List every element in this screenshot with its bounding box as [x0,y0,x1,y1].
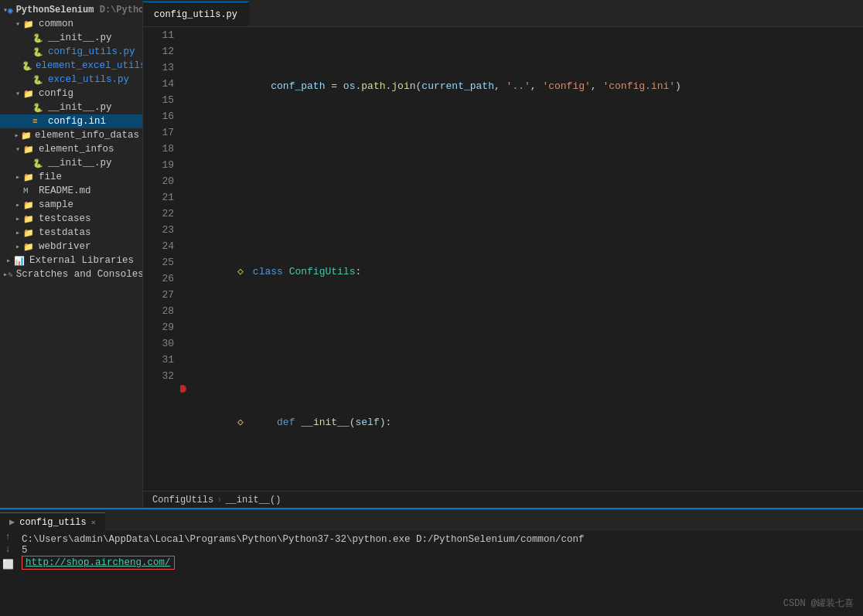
ini-file-icon: ≡ [32,117,45,126]
sidebar-label-common: common [39,19,73,29]
line-num-27: 27 [155,287,174,303]
folder-icon: 📁 [23,242,36,252]
scroll-debug-button[interactable]: ⬜ [2,559,14,571]
sidebar-item-external-libraries[interactable]: ▸ 📊 External Libraries [0,254,142,267]
scroll-down-button[interactable]: ↓ [2,543,14,556]
sidebar-item-scratches[interactable]: ▸ ✎ Scratches and Consoles [0,267,142,281]
sidebar-item-excel-utils[interactable]: 🐍 excel_utils.py [0,73,142,87]
py-file-icon: 🐍 [22,61,32,71]
library-icon: 📊 [14,256,26,266]
bottom-panel: ▶ config_utils ✕ ↑ ↓ ⬜ C:\Users\admin\Ap… [0,508,863,616]
folder-icon: 📁 [23,200,36,210]
terminal-main: C:\Users\admin\AppData\Local\Programs\Py… [15,531,863,616]
sidebar-label-init-element: __init__.py [48,158,112,168]
code-line-13 [186,196,863,213]
code-line-12 [186,145,863,162]
arrow-icon: ▾ [12,19,23,29]
sidebar-item-readme[interactable]: M README.md [0,184,142,198]
terminal-output-highlight: http://shop.aircheng.com/ [22,556,175,570]
line-num-29: 29 [155,319,174,335]
code-line-17: self.cfg = configparser.ConfigParser() [186,482,863,491]
editor-tabs: config_utils.py [143,0,863,27]
sidebar-item-element-info-datas[interactable]: ▸ 📁 element_info_datas [0,128,142,142]
sidebar-item-testcases[interactable]: ▸ 📁 testcases [0,212,142,226]
terminal-command-line: C:\Users\admin\AppData\Local\Programs\Py… [22,534,857,545]
md-file-icon: M [23,186,36,196]
folder-icon: 📁 [21,131,32,141]
tab-config-utils[interactable]: config_utils.py [143,2,249,26]
folder-icon: 📁 [23,172,36,182]
sidebar-item-sample[interactable]: ▸ 📁 sample [0,198,142,212]
line-num-13: 13 [155,60,174,76]
sidebar-item-init-common[interactable]: 🐍 __init__.py [0,31,142,45]
sidebar-item-testdatas[interactable]: ▸ 📁 testdatas [0,226,142,240]
sidebar-root-label: PythonSelenium D:\Python [16,5,143,15]
sidebar-label-testcases: testcases [39,213,91,224]
line-num-24: 24 [155,238,174,254]
code-area[interactable]: 11 12 13 14 15 16 17 18 19 20 21 22 23 2… [143,27,863,491]
line-num-17: 17 [155,124,174,141]
arrow-icon: ▸ [12,200,23,209]
scratch-icon: ✎ [8,270,13,280]
sidebar-item-webdriver[interactable]: ▸ 📁 webdriver [0,240,142,254]
code-line-14: ◇class ConfigUtils: [186,247,863,296]
breadcrumb-class: ConfigUtils [152,495,213,505]
sidebar-label-webdriver: webdriver [39,241,91,252]
line-num-14: 14 [155,76,174,92]
arrow-icon: ▸ [12,228,23,237]
sidebar-item-file[interactable]: ▸ 📁 file [0,170,142,184]
arrow-icon: ▸ [3,256,14,265]
sidebar-label-init-common: __init__.py [48,32,112,43]
py-file-icon: 🐍 [32,103,45,113]
sidebar-item-element-infos[interactable]: ▾ 📁 element_infos [0,142,142,156]
py-file-icon: 🐍 [32,158,45,168]
terminal-row: ↑ ↓ ⬜ C:\Users\admin\AppData\Local\Progr… [0,531,863,616]
bottom-tabs: ▶ config_utils ✕ [0,509,863,531]
arrow-icon: ▾ [12,89,23,98]
terminal-scrollbar: ↑ ↓ ⬜ [0,531,15,616]
sidebar-item-config[interactable]: ▾ 📁 config [0,87,142,100]
line-num-23: 23 [155,222,174,238]
arrow-icon: ▾ [12,145,23,154]
terminal-output-2: http://shop.aircheng.com/ [22,556,857,570]
folder-icon: 📁 [23,228,36,238]
line-num-12: 12 [155,43,174,60]
sidebar-label-config-ini: config.ini [48,116,106,127]
tab-terminal[interactable]: ▶ config_utils ✕ [0,512,105,531]
folder-open-icon: 📁 [23,89,36,99]
code-line-15 [186,331,863,347]
terminal-link[interactable]: http://shop.aircheng.com/ [26,557,171,568]
arrow-icon: ▸ [12,242,23,251]
code-line-11: conf_path = os.path.join(current_path, '… [186,62,863,111]
sidebar-item-config-utils[interactable]: 🐍 config_utils.py [0,45,142,59]
line-num-11: 11 [155,27,174,43]
terminal-tab-close[interactable]: ✕ [91,518,96,527]
terminal-tab-icon: ▶ [9,516,15,528]
terminal-output-1: 5 [22,545,857,556]
sidebar-label-readme: README.md [39,185,91,196]
sidebar-label-sample: sample [39,199,73,210]
sidebar-item-common[interactable]: ▾ 📁 common [0,17,142,31]
editor-area: config_utils.py 11 12 13 14 15 16 17 18 … [143,0,863,508]
line-num-19: 19 [155,157,174,173]
sidebar-label-config-utils: config_utils.py [48,46,135,57]
code-content[interactable]: conf_path = os.path.join(current_path, '… [180,27,863,491]
project-icon: ◉ [8,5,13,15]
sidebar-item-config-ini[interactable]: ≡ config.ini [0,114,142,128]
terminal-content: C:\Users\admin\AppData\Local\Programs\Py… [15,531,863,616]
sidebar-item-init-config[interactable]: 🐍 __init__.py [0,100,142,114]
arrow-icon: ▸ [12,131,21,140]
line-numbers: 11 12 13 14 15 16 17 18 19 20 21 22 23 2… [143,27,180,491]
line-num-28: 28 [155,303,174,319]
sidebar-label-file: file [39,172,62,182]
watermark: CSDN @罐装七喜 [783,597,854,610]
sidebar-item-init-element[interactable]: 🐍 __init__.py [0,156,142,170]
py-file-icon: 🐍 [32,75,45,85]
sidebar-item-root[interactable]: ▾ ◉ PythonSelenium D:\Python [0,3,142,17]
folder-open-icon: 📁 [23,19,36,29]
py-file-icon: 🐍 [32,47,45,57]
scroll-up-button[interactable]: ↑ [2,531,14,543]
sidebar-label-element-info-datas: element_info_datas [35,130,139,141]
line-num-30: 30 [155,335,174,352]
sidebar-item-element-excel[interactable]: 🐍 element_excel_utils.py [0,59,142,73]
